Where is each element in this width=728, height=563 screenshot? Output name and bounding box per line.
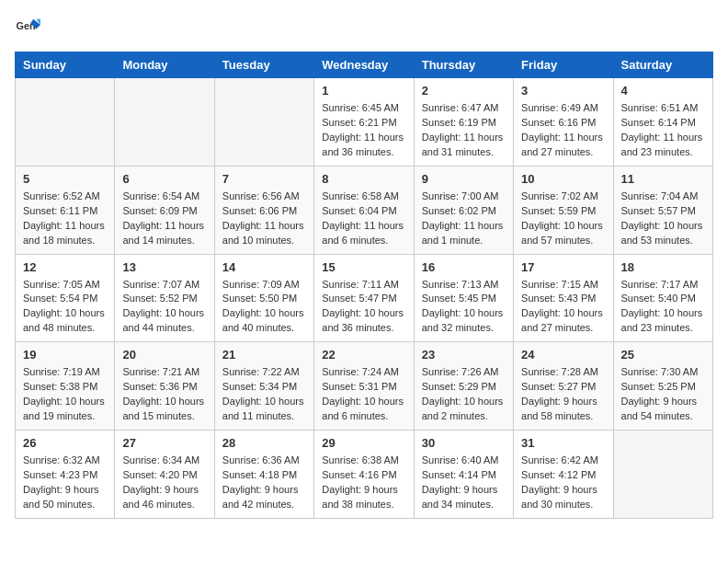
day-info: Sunrise: 6:52 AM Sunset: 6:11 PM Dayligh…: [23, 190, 107, 248]
column-header-saturday: Saturday: [613, 52, 712, 78]
day-info: Sunrise: 6:38 AM Sunset: 4:16 PM Dayligh…: [322, 454, 405, 512]
column-header-thursday: Thursday: [414, 52, 513, 78]
calendar-cell: 29Sunrise: 6:38 AM Sunset: 4:16 PM Dayli…: [314, 431, 414, 519]
calendar-cell: 4Sunrise: 6:51 AM Sunset: 6:14 PM Daylig…: [613, 78, 712, 167]
column-header-monday: Monday: [115, 52, 214, 78]
day-number: 14: [222, 260, 306, 274]
day-number: 5: [23, 172, 107, 186]
day-info: Sunrise: 6:40 AM Sunset: 4:14 PM Dayligh…: [422, 454, 506, 512]
calendar-cell: 12Sunrise: 7:05 AM Sunset: 5:54 PM Dayli…: [16, 254, 115, 342]
calendar-cell: 9Sunrise: 7:00 AM Sunset: 6:02 PM Daylig…: [414, 166, 513, 254]
calendar-cell: 14Sunrise: 7:09 AM Sunset: 5:50 PM Dayli…: [214, 254, 313, 342]
calendar-cell: 8Sunrise: 6:58 AM Sunset: 6:04 PM Daylig…: [314, 166, 414, 254]
day-info: Sunrise: 6:51 AM Sunset: 6:14 PM Dayligh…: [621, 101, 705, 160]
day-number: 2: [422, 84, 506, 98]
day-number: 15: [322, 260, 405, 274]
calendar-cell: 10Sunrise: 7:02 AM Sunset: 5:59 PM Dayli…: [514, 166, 613, 254]
day-number: 16: [422, 260, 506, 274]
calendar-cell: 3Sunrise: 6:49 AM Sunset: 6:16 PM Daylig…: [514, 78, 613, 167]
day-info: Sunrise: 7:26 AM Sunset: 5:29 PM Dayligh…: [422, 365, 506, 424]
day-info: Sunrise: 6:36 AM Sunset: 4:18 PM Dayligh…: [222, 454, 306, 512]
day-info: Sunrise: 6:47 AM Sunset: 6:19 PM Dayligh…: [422, 101, 506, 160]
day-info: Sunrise: 6:54 AM Sunset: 6:09 PM Dayligh…: [122, 190, 206, 248]
day-number: 27: [122, 436, 206, 450]
column-header-tuesday: Tuesday: [214, 52, 313, 78]
calendar-cell: [16, 78, 115, 167]
calendar-header-row: SundayMondayTuesdayWednesdayThursdayFrid…: [16, 52, 713, 78]
day-number: 9: [422, 172, 506, 186]
calendar-cell: [613, 431, 712, 519]
calendar-cell: 17Sunrise: 7:15 AM Sunset: 5:43 PM Dayli…: [514, 254, 613, 342]
day-number: 20: [122, 348, 206, 362]
day-number: 11: [621, 172, 705, 186]
logo-icon: Gen: [15, 15, 40, 40]
calendar-cell: 21Sunrise: 7:22 AM Sunset: 5:34 PM Dayli…: [214, 342, 313, 431]
day-info: Sunrise: 7:13 AM Sunset: 5:45 PM Dayligh…: [422, 278, 506, 337]
calendar-cell: 26Sunrise: 6:32 AM Sunset: 4:23 PM Dayli…: [16, 431, 115, 519]
calendar-week-row: 5Sunrise: 6:52 AM Sunset: 6:11 PM Daylig…: [16, 166, 713, 254]
day-info: Sunrise: 6:32 AM Sunset: 4:23 PM Dayligh…: [23, 454, 107, 512]
day-number: 12: [23, 260, 107, 274]
day-number: 7: [222, 172, 306, 186]
day-info: Sunrise: 6:42 AM Sunset: 4:12 PM Dayligh…: [521, 454, 605, 512]
calendar-table: SundayMondayTuesdayWednesdayThursdayFrid…: [15, 52, 713, 519]
day-number: 4: [621, 84, 705, 98]
calendar-cell: 24Sunrise: 7:28 AM Sunset: 5:27 PM Dayli…: [514, 342, 613, 431]
calendar-cell: 6Sunrise: 6:54 AM Sunset: 6:09 PM Daylig…: [115, 166, 214, 254]
day-info: Sunrise: 7:05 AM Sunset: 5:54 PM Dayligh…: [23, 278, 107, 337]
day-info: Sunrise: 6:58 AM Sunset: 6:04 PM Dayligh…: [322, 190, 405, 248]
day-number: 25: [621, 348, 705, 362]
day-number: 31: [521, 436, 605, 450]
day-number: 1: [322, 84, 405, 98]
day-number: 8: [322, 172, 405, 186]
calendar-cell: 1Sunrise: 6:45 AM Sunset: 6:21 PM Daylig…: [314, 78, 414, 167]
day-info: Sunrise: 7:28 AM Sunset: 5:27 PM Dayligh…: [521, 365, 605, 424]
day-info: Sunrise: 7:19 AM Sunset: 5:38 PM Dayligh…: [23, 365, 107, 424]
day-number: 24: [521, 348, 605, 362]
page-header: Gen: [15, 15, 713, 40]
calendar-cell: 22Sunrise: 7:24 AM Sunset: 5:31 PM Dayli…: [314, 342, 414, 431]
day-number: 26: [23, 436, 107, 450]
calendar-cell: 20Sunrise: 7:21 AM Sunset: 5:36 PM Dayli…: [115, 342, 214, 431]
calendar-week-row: 26Sunrise: 6:32 AM Sunset: 4:23 PM Dayli…: [16, 431, 713, 519]
calendar-week-row: 19Sunrise: 7:19 AM Sunset: 5:38 PM Dayli…: [16, 342, 713, 431]
day-number: 10: [521, 172, 605, 186]
day-number: 21: [222, 348, 306, 362]
day-number: 3: [521, 84, 605, 98]
day-info: Sunrise: 7:21 AM Sunset: 5:36 PM Dayligh…: [122, 365, 206, 424]
calendar-cell: 27Sunrise: 6:34 AM Sunset: 4:20 PM Dayli…: [115, 431, 214, 519]
day-info: Sunrise: 7:30 AM Sunset: 5:25 PM Dayligh…: [621, 365, 705, 424]
column-header-friday: Friday: [514, 52, 613, 78]
calendar-cell: 2Sunrise: 6:47 AM Sunset: 6:19 PM Daylig…: [414, 78, 513, 167]
calendar-cell: 13Sunrise: 7:07 AM Sunset: 5:52 PM Dayli…: [115, 254, 214, 342]
day-info: Sunrise: 7:11 AM Sunset: 5:47 PM Dayligh…: [322, 278, 405, 337]
day-number: 18: [621, 260, 705, 274]
calendar-cell: 19Sunrise: 7:19 AM Sunset: 5:38 PM Dayli…: [16, 342, 115, 431]
calendar-cell: 30Sunrise: 6:40 AM Sunset: 4:14 PM Dayli…: [414, 431, 513, 519]
day-info: Sunrise: 6:56 AM Sunset: 6:06 PM Dayligh…: [222, 190, 306, 248]
calendar-cell: [214, 78, 313, 167]
calendar-cell: 25Sunrise: 7:30 AM Sunset: 5:25 PM Dayli…: [613, 342, 712, 431]
day-number: 28: [222, 436, 306, 450]
calendar-week-row: 1Sunrise: 6:45 AM Sunset: 6:21 PM Daylig…: [16, 78, 713, 167]
day-number: 19: [23, 348, 107, 362]
day-number: 22: [322, 348, 405, 362]
calendar-cell: 7Sunrise: 6:56 AM Sunset: 6:06 PM Daylig…: [214, 166, 313, 254]
day-number: 29: [322, 436, 405, 450]
day-number: 17: [521, 260, 605, 274]
day-info: Sunrise: 7:15 AM Sunset: 5:43 PM Dayligh…: [521, 278, 605, 337]
day-info: Sunrise: 7:17 AM Sunset: 5:40 PM Dayligh…: [621, 278, 705, 337]
day-info: Sunrise: 7:09 AM Sunset: 5:50 PM Dayligh…: [222, 278, 306, 337]
day-info: Sunrise: 7:07 AM Sunset: 5:52 PM Dayligh…: [122, 278, 206, 337]
calendar-cell: 23Sunrise: 7:26 AM Sunset: 5:29 PM Dayli…: [414, 342, 513, 431]
day-info: Sunrise: 7:02 AM Sunset: 5:59 PM Dayligh…: [521, 190, 605, 248]
day-info: Sunrise: 7:04 AM Sunset: 5:57 PM Dayligh…: [621, 190, 705, 248]
day-number: 13: [122, 260, 206, 274]
calendar-week-row: 12Sunrise: 7:05 AM Sunset: 5:54 PM Dayli…: [16, 254, 713, 342]
day-info: Sunrise: 6:45 AM Sunset: 6:21 PM Dayligh…: [322, 101, 405, 160]
calendar-cell: [115, 78, 214, 167]
column-header-wednesday: Wednesday: [314, 52, 414, 78]
day-info: Sunrise: 6:49 AM Sunset: 6:16 PM Dayligh…: [521, 101, 605, 160]
calendar-cell: 18Sunrise: 7:17 AM Sunset: 5:40 PM Dayli…: [613, 254, 712, 342]
column-header-sunday: Sunday: [16, 52, 115, 78]
